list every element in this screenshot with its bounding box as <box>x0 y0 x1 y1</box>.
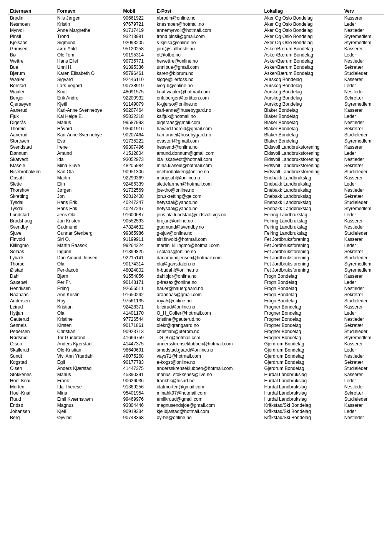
table-cell: Leder <box>342 21 384 27</box>
table-row: SkallerudOle-Kristian98640691smedstad.ga… <box>8 347 384 353</box>
table-cell: Nestleder <box>342 224 384 230</box>
table-cell: jens.ola.lundstad@eidsvoll.vgs.no <box>154 212 262 218</box>
table-row: AanerudKari-Anne Svennebye90207464kari-a… <box>8 107 384 113</box>
table-cell: Hans Ellef <box>55 58 121 64</box>
table-row: HenriksenErling92656511hauer@hauergaard.… <box>8 285 384 292</box>
table-cell: Lars Vegard <box>55 83 121 89</box>
table-cell: Enebakk Landbrukslag <box>262 206 342 212</box>
table-cell: annemyrvoll@hotmail.com <box>154 27 262 33</box>
table-cell: Tor Gudbrand <box>55 335 121 341</box>
table-cell: Styremedlem <box>342 261 384 267</box>
table-cell: Gudmund <box>55 224 121 230</box>
table-cell: Kirsten <box>55 322 121 328</box>
table-row: BergØyvind90748368oy-be@online.noKråksta… <box>8 415 384 421</box>
table-cell: Berg <box>8 415 55 421</box>
table-cell: danamundjensen@hotmail.com <box>154 255 262 261</box>
table-cell: smedstad.gaard@online.no <box>154 347 262 353</box>
table-cell: ot@otbo.no <box>154 52 262 58</box>
table-cell: Frogner Bondelag <box>262 322 342 328</box>
table-cell: christian@uterom.no <box>154 328 262 335</box>
table-cell: Styremedlem <box>342 33 384 40</box>
table-cell: Frogn Bondelag <box>262 292 342 298</box>
table-cell: hewettre@online.no <box>154 58 262 64</box>
table-cell: Aurskog Bondelag <box>262 101 342 107</box>
table-cell: knut.waaler@hotmail.com <box>154 89 262 95</box>
table-cell: Studieleder <box>342 298 384 304</box>
table-cell: kjellbjastad@hotmail.com <box>154 408 262 415</box>
table-cell: Studieleder <box>342 169 384 175</box>
table-cell: Myrvoll <box>8 27 55 33</box>
col-header-verv: Verv <box>342 8 384 15</box>
table-cell: Nils Jørgen <box>55 15 121 22</box>
table-cell: Marius <box>55 372 121 378</box>
table-cell: Styremedlem <box>342 335 384 341</box>
table-cell: Jan Kristen <box>55 218 121 224</box>
table-cell: Styremedlem <box>342 101 384 107</box>
table-cell: Leder <box>342 310 384 316</box>
table-cell: Per-Jacob <box>55 267 121 273</box>
table-cell: unnibue@gmail.com <box>154 64 262 70</box>
table-cell: Magnus <box>55 402 121 408</box>
table-cell: Jens Ola <box>55 212 121 218</box>
table-cell: Knut <box>55 89 121 95</box>
table-cell: Studieleder <box>342 199 384 206</box>
table-cell: p-fresax@online.no <box>154 279 262 285</box>
table-cell: Ølstad <box>8 267 55 273</box>
table-cell: slettefarmen@hotmail.com <box>154 181 262 187</box>
table-cell: 90626036 <box>121 378 154 384</box>
table-row: StortrøenEva91735222evastort@gmail.comBl… <box>8 138 384 144</box>
table-cell: Kristian <box>55 304 121 310</box>
table-cell: Feiring Landbrukslag <box>262 218 342 224</box>
table-row: LundstadJens Ola91600687jens.ola.lundsta… <box>8 212 384 218</box>
table-cell: 91199911 <box>121 236 154 242</box>
table-cell: hetysdal@yahoo.no <box>154 199 262 206</box>
table-cell: Leder <box>342 408 384 415</box>
table-cell: Asker/Bærum Bondelag <box>262 52 342 58</box>
table-cell: Kjell <box>55 408 121 415</box>
table-cell: Gjerdrum Bondelag <box>262 353 342 359</box>
table-cell: jon.skretting@ge.com <box>154 193 262 199</box>
table-row: BergerErik Andre92200932erik.berger@tert… <box>8 95 384 101</box>
table-row: BrodshaugJan Kristen90552593brojan@onlin… <box>8 218 384 224</box>
table-cell: 47824632 <box>121 224 154 230</box>
table-cell: Stokkenes <box>8 372 55 378</box>
table-cell: 48024802 <box>121 267 154 273</box>
table-cell: Brodin <box>8 15 55 22</box>
table-cell: Martin <box>55 175 121 181</box>
table-cell: Studieleder <box>342 255 384 261</box>
table-cell: 92428371 <box>121 304 154 310</box>
table-cell: Fet Jordbruksforening <box>262 242 342 249</box>
table-row: TysdalHans Erik40247247hetysdal@yahoo.no… <box>8 199 384 206</box>
table-row: ØlstadPer-Jacob48024802h-budahl@online.n… <box>8 267 384 273</box>
table-cell: 91554856 <box>121 273 154 279</box>
table-cell: 91395336 <box>121 64 154 70</box>
table-cell: araanaas@gmail.com <box>154 292 262 298</box>
table-cell: Mina <box>55 390 121 396</box>
table-cell: ola@gansdalen.no <box>154 261 262 267</box>
table-cell: Jørgen <box>55 187 121 193</box>
table-row: WaalerSigvard92446110sigge@lierfoss.noAu… <box>8 76 384 83</box>
table-cell: jorn@stallhosle.no <box>154 46 262 52</box>
table-cell: Kasserer <box>342 175 384 181</box>
table-cell: Bø <box>8 52 55 58</box>
table-cell: Feiring Landbrukslag <box>262 212 342 218</box>
table-row: SvendstadIrene99307496iresvend@online.no… <box>8 144 384 150</box>
table-cell: 90552593 <box>121 218 154 224</box>
table-cell: Nestleder <box>342 285 384 292</box>
table-cell: Siri O. <box>55 236 121 242</box>
table-row: MyrvollAnne Margrethe91717419annemyrvoll… <box>8 27 384 33</box>
table-cell: Leder <box>342 150 384 156</box>
table-cell: Sundt <box>8 353 55 359</box>
table-cell: Kasserer <box>342 402 384 408</box>
table-cell: sigge@lierfoss.no <box>154 76 262 83</box>
table-cell: Sekretær <box>342 163 384 169</box>
table-cell: 90919334 <box>121 408 154 415</box>
table-row: RisebrobakkenKarl Ola90951306risebrobakk… <box>8 169 384 175</box>
table-cell: 92446110 <box>121 76 154 83</box>
table-cell: Styremedlem <box>342 138 384 144</box>
table-row: SolaasIngunn91399825i-solaas@online.noFe… <box>8 249 384 255</box>
table-cell: 90207464 <box>121 107 154 113</box>
table-cell: Frogner Bondelag <box>262 304 342 310</box>
table-cell: 90174314 <box>121 261 154 267</box>
table-cell: Mina Sjuve <box>55 163 121 169</box>
